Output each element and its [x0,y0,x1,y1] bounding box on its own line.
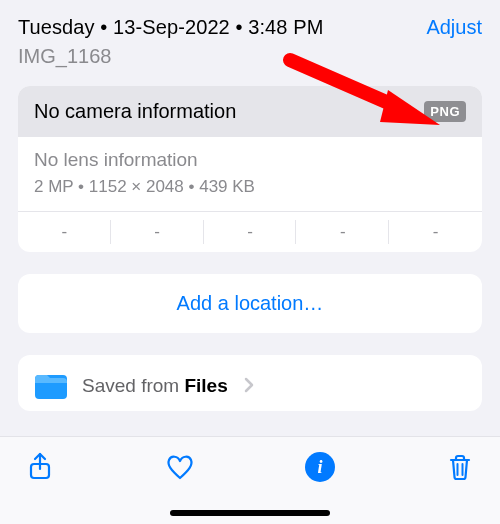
heart-icon [165,452,195,482]
metadata-card: No camera information PNG No lens inform… [18,86,482,252]
delete-button[interactable] [442,449,478,485]
focal-cell: - [18,212,111,252]
favorite-button[interactable] [162,449,198,485]
saved-from-label: Saved from Files [82,375,228,397]
adjust-button[interactable]: Adjust [426,16,482,39]
focal-cell: - [296,212,389,252]
info-icon: i [305,452,335,482]
lens-info-text: No lens information [18,137,482,175]
camera-info-text: No camera information [34,100,236,123]
focal-cell: - [389,212,482,252]
image-dimensions-text: 2 MP • 1152 × 2048 • 439 KB [18,175,482,211]
share-button[interactable] [22,449,58,485]
focal-row: - - - - - [18,211,482,252]
chevron-right-icon [244,375,254,398]
focal-cell: - [111,212,204,252]
file-format-badge: PNG [424,101,466,122]
trash-icon [445,452,475,482]
add-location-button[interactable]: Add a location… [177,292,324,315]
date-time-line: Tuesday • 13-Sep-2022 • 3:48 PM [18,16,323,39]
home-indicator [170,510,330,516]
info-button[interactable]: i [302,449,338,485]
files-app-icon [34,369,68,403]
location-card: Add a location… [18,274,482,333]
image-filename: IMG_1168 [18,45,323,68]
source-card[interactable]: Saved from Files [18,355,482,411]
share-icon [25,452,55,482]
focal-cell: - [204,212,297,252]
